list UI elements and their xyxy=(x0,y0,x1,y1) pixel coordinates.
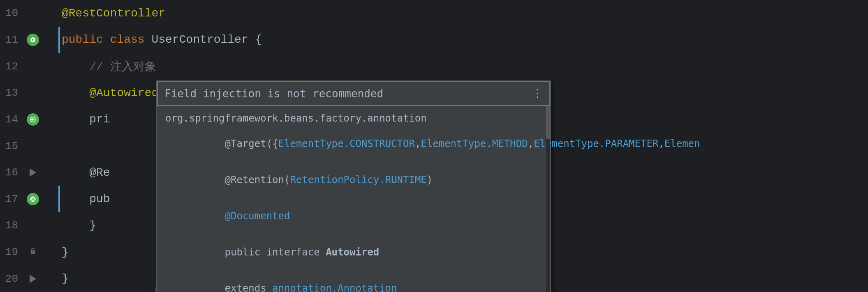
code-token: public xyxy=(62,33,110,46)
code-link[interactable]: ElementType.PARAMETER xyxy=(534,138,658,149)
code-token: ) xyxy=(427,174,433,186)
code-token: } xyxy=(62,272,69,285)
tooltip-code-4: public interface Autowired xyxy=(165,235,542,269)
svg-point-3 xyxy=(32,252,34,253)
line-number-16: 16 xyxy=(0,166,25,179)
code-token: extends xyxy=(225,283,273,292)
lock-icon[interactable] xyxy=(29,247,37,258)
code-token: @RestController xyxy=(62,7,165,20)
line-number-15: 15 xyxy=(0,140,25,152)
gutter-row-15: 15 xyxy=(0,133,53,159)
line-number-10: 10 xyxy=(0,7,25,19)
code-link[interactable]: ElementType.METHOD xyxy=(421,138,528,149)
line-number-17: 17 xyxy=(0,193,25,205)
tooltip-code-5: extends annotation.Annotation xyxy=(165,271,542,292)
code-token: , xyxy=(528,138,533,149)
gutter-row-19: 19 xyxy=(0,239,53,266)
code-token: } xyxy=(62,246,69,259)
gutter-row-12: 12 xyxy=(0,53,53,80)
gutter-row-16: 16 xyxy=(0,159,53,186)
code-area: @RestController public class UserControl… xyxy=(53,0,868,292)
code-token: pub xyxy=(62,193,110,205)
tooltip-header: Field injection is not recommended ⋮ xyxy=(157,81,550,106)
gutter-row-18: 18 xyxy=(0,212,53,239)
code-token: // 注入对象 xyxy=(62,59,156,74)
code-line-10: @RestController xyxy=(62,0,868,27)
code-link[interactable]: Elemen xyxy=(664,138,700,149)
gutter-row-14: 14 xyxy=(0,106,53,133)
gutter-icon-19[interactable] xyxy=(25,247,41,258)
code-token: UserController { xyxy=(151,33,262,46)
gutter-row-17: 17 xyxy=(0,186,53,212)
tooltip-body: org.springframework.beans.factory.annota… xyxy=(157,106,550,292)
line-number-20: 20 xyxy=(0,273,25,285)
tooltip-code-2: @Retention(RetentionPolicy.RUNTIME) xyxy=(165,163,542,197)
gutter-icon-16[interactable] xyxy=(25,168,41,177)
code-token: public interface xyxy=(225,246,326,258)
code-token: pri xyxy=(62,113,110,126)
code-link[interactable]: ElementType.CONSTRUCTOR xyxy=(278,138,415,149)
tooltip-popup: Field injection is not recommended ⋮ org… xyxy=(156,80,551,292)
gutter-row-13: 13 xyxy=(0,80,53,106)
gutter-icon-17[interactable] xyxy=(25,193,41,205)
run-icon[interactable] xyxy=(27,113,39,126)
code-line-11: public class UserController { xyxy=(62,27,868,53)
breakpoint-icon[interactable] xyxy=(27,34,39,46)
line-17-border xyxy=(58,186,60,212)
code-line-12: // 注入对象 xyxy=(62,53,868,80)
line-number-11: 11 xyxy=(0,34,25,46)
tooltip-code-1: @Target({ElementType.CONSTRUCTOR,Element… xyxy=(165,126,542,161)
line-number-12: 12 xyxy=(0,60,25,73)
tooltip-package: org.springframework.beans.factory.annota… xyxy=(165,113,542,124)
code-token-bold: Autowired xyxy=(326,246,379,258)
code-link[interactable]: RetentionPolicy.RUNTIME xyxy=(290,174,426,186)
code-token: class xyxy=(110,33,152,46)
gutter-icon-14[interactable] xyxy=(25,113,41,126)
gutter-icon-11[interactable] xyxy=(25,34,41,46)
code-token: , xyxy=(658,138,664,149)
code-token: } xyxy=(62,219,96,232)
line-number-19: 19 xyxy=(0,246,25,258)
gutter-icon-20[interactable] xyxy=(25,275,41,283)
fold-icon-16[interactable] xyxy=(30,168,36,177)
line-number-13: 13 xyxy=(0,87,25,99)
tooltip-header-dots[interactable]: ⋮ xyxy=(532,87,543,100)
code-token: @Target({ xyxy=(225,138,278,149)
gutter-row-10: 10 xyxy=(0,0,53,27)
fold-icon-20[interactable] xyxy=(30,275,36,283)
code-token: @Re xyxy=(62,166,110,179)
tooltip-scrollbar[interactable] xyxy=(546,106,550,292)
tooltip-title: Field injection is not recommended xyxy=(164,87,383,100)
line-number-14: 14 xyxy=(0,113,25,126)
line-number-18: 18 xyxy=(0,219,25,232)
line-11-border xyxy=(58,27,60,53)
gutter-row-20: 20 xyxy=(0,265,53,292)
shield-icon[interactable] xyxy=(27,193,39,205)
line-gutter: 10 11 12 13 14 xyxy=(0,0,53,292)
code-token: @Autowired xyxy=(62,87,158,99)
code-token: @Retention( xyxy=(225,174,290,186)
code-token: , xyxy=(415,138,421,149)
gutter-row-11: 11 xyxy=(0,27,53,53)
editor-container: 10 11 12 13 14 xyxy=(0,0,868,292)
code-link[interactable]: annotation.Annotation xyxy=(272,283,397,292)
scrollbar-thumb[interactable] xyxy=(546,106,550,139)
code-link[interactable]: @Documented xyxy=(225,210,290,222)
tooltip-code-3: @Documented xyxy=(165,199,542,233)
